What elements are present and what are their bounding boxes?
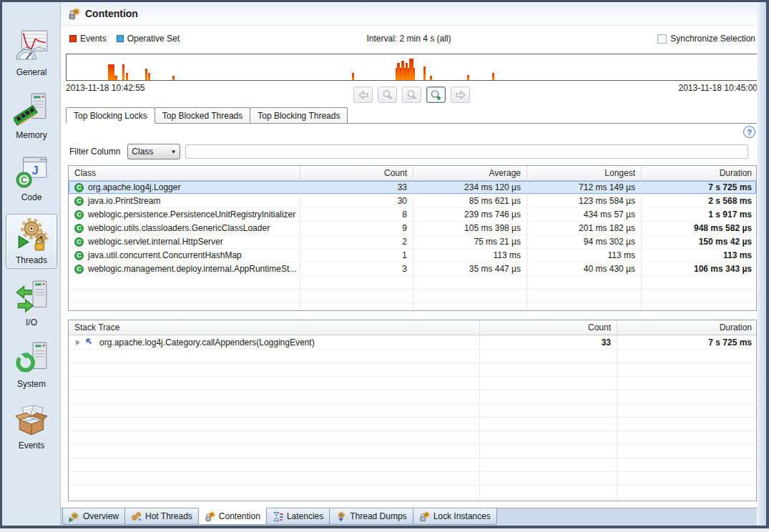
filter-bar: Filter Column Class ▼ (69, 143, 748, 160)
tab-top-blocking-locks[interactable]: Top Blocking Locks (66, 107, 155, 124)
table-row[interactable]: weblogic.management.deploy.internal.AppR… (69, 262, 756, 276)
timeline-bar (126, 73, 128, 80)
table-row[interactable]: weblogic.utils.classloaders.GenericClass… (69, 222, 756, 235)
count-cell: 8 (300, 208, 413, 221)
column-header-longest[interactable]: Longest (527, 166, 642, 180)
class-icon (74, 237, 84, 247)
tab-contention[interactable]: Contention (198, 508, 267, 525)
zoom-out-button[interactable] (378, 87, 397, 103)
column-header-stack-trace[interactable]: Stack Trace (69, 320, 480, 335)
column-header-count[interactable]: Count (300, 166, 413, 180)
average-cell: 35 ms 447 µs (413, 262, 527, 275)
sidebar-item-code[interactable]: J C Code (6, 152, 57, 205)
zoom-in-button[interactable] (426, 87, 446, 103)
svg-text:J: J (32, 164, 39, 177)
tab-top-blocking-threads[interactable]: Top Blocking Threads (250, 107, 348, 123)
io-icon (14, 279, 49, 315)
class-name: weblogic.persistence.PersistenceUnitRegi… (88, 210, 295, 220)
empty-row (69, 390, 756, 404)
tab-hot-threads[interactable]: Hot Threads (124, 508, 199, 525)
lock-instances-icon (419, 511, 430, 522)
empty-row (69, 472, 756, 486)
table-row[interactable]: weblogic.servlet.internal.HttpServer 2 7… (69, 235, 756, 249)
events-swatch-icon (69, 35, 77, 42)
forward-arrow-icon (455, 90, 466, 100)
timeline-bar (401, 61, 404, 80)
zoom-out-icon (382, 89, 393, 100)
events-timeline-chart[interactable] (66, 54, 757, 81)
duration-cell: 1 s 917 ms (642, 208, 757, 221)
tab-thread-dumps[interactable]: Thread Dumps (329, 508, 413, 525)
duration-cell: 113 ms (642, 249, 757, 262)
tab-latencies[interactable]: Latencies (266, 508, 330, 525)
back-button[interactable] (353, 87, 373, 103)
sidebar-item-system[interactable]: System (6, 338, 57, 392)
class-name: weblogic.servlet.internal.HttpServer (88, 237, 223, 247)
column-header-duration[interactable]: Duration (617, 320, 757, 335)
contention-lock-gear-icon (68, 8, 80, 20)
help-icon: ? (747, 128, 752, 137)
longest-cell: 40 ms 430 µs (527, 262, 642, 275)
stack-trace-row[interactable]: org.apache.log4j.Category.callAppenders(… (69, 335, 756, 350)
sidebar-item-threads[interactable]: Threads (6, 214, 57, 269)
average-cell: 239 ms 746 µs (413, 208, 527, 221)
jmc-window: General Memory (0, 0, 769, 532)
tab-lock-instances[interactable]: Lock Instances (413, 508, 497, 525)
window-frame: General Memory (0, 0, 769, 528)
method-call-icon (86, 338, 94, 346)
filter-column-dropdown[interactable]: Class ▼ (127, 144, 180, 159)
duration-cell: 2 s 568 ms (642, 194, 757, 207)
longest-cell: 113 ms (527, 249, 642, 262)
tab-label: Lock Instances (434, 511, 491, 521)
timeline-bar (423, 66, 426, 80)
column-header-average[interactable]: Average (413, 166, 527, 180)
empty-row (69, 290, 756, 303)
timeline-bar (409, 59, 413, 80)
sidebar-item-events[interactable]: Events (6, 400, 57, 453)
class-icon (74, 197, 84, 206)
zoom-in-icon (430, 89, 442, 101)
memory-icon (14, 92, 49, 127)
empty-row (69, 499, 756, 501)
legend-events-label: Events (80, 34, 107, 44)
timeline-bar (122, 64, 124, 80)
duration-cell: 106 ms 343 µs (642, 262, 757, 275)
thread-dumps-icon (335, 511, 346, 522)
average-cell: 113 ms (413, 249, 527, 262)
table-row[interactable]: java.util.concurrent.ConcurrentHashMap 1… (69, 249, 756, 262)
contention-lock-gear-icon (205, 511, 215, 522)
sidebar-item-label: I/O (26, 317, 37, 327)
table-row[interactable]: org.apache.log4j.Logger 33 234 ms 120 µs… (69, 181, 756, 194)
tab-label: Thread Dumps (350, 511, 406, 521)
synchronize-selection-checkbox[interactable] (657, 34, 667, 44)
filter-text-input[interactable] (185, 144, 748, 159)
legend-operative-set: Operative Set (117, 34, 180, 44)
timeline-bar (397, 63, 400, 80)
longest-cell: 94 ms 302 µs (527, 235, 642, 248)
zoom-out-full-button[interactable] (402, 87, 421, 103)
timeline-bar (114, 76, 117, 80)
column-header-class[interactable]: Class (69, 166, 300, 180)
column-header-duration[interactable]: Duration (642, 166, 757, 180)
duration-cell: 7 s 725 ms (642, 181, 757, 194)
expand-toggle-icon[interactable] (76, 340, 80, 345)
timeline-bars (67, 54, 757, 80)
table-row[interactable]: java.io.PrintStream 30 85 ms 621 µs 123 … (69, 194, 756, 208)
outer-background (0, 528, 769, 532)
class-name: java.io.PrintStream (88, 196, 160, 206)
page-header: Contention (61, 2, 757, 26)
table-row[interactable]: weblogic.persistence.PersistenceUnitRegi… (69, 208, 756, 222)
column-header-count[interactable]: Count (480, 320, 617, 335)
synchronize-selection: Synchronize Selection (657, 34, 755, 44)
sidebar-item-io[interactable]: I/O (6, 277, 57, 330)
tab-overview[interactable]: Overview (62, 508, 125, 525)
tab-top-blocked-threads[interactable]: Top Blocked Threads (155, 107, 251, 123)
tab-label: Top Blocked Threads (162, 111, 243, 121)
count-cell: 30 (300, 194, 413, 207)
threads-icon (14, 217, 49, 252)
sidebar-item-memory[interactable]: Memory (6, 89, 57, 143)
class-name: java.util.concurrent.ConcurrentHashMap (88, 250, 242, 260)
help-button[interactable]: ? (743, 126, 755, 138)
sidebar-item-general[interactable]: General (6, 26, 57, 80)
forward-button[interactable] (451, 87, 470, 103)
